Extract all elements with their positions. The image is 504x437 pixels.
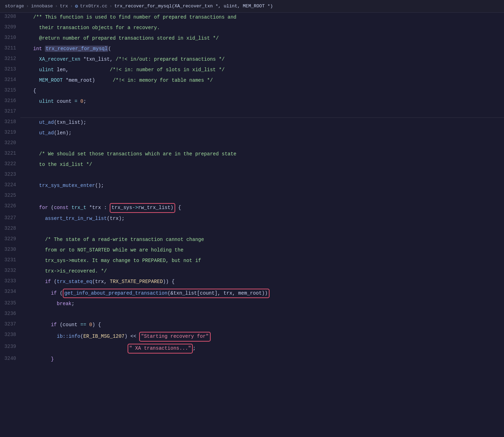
- breadcrumb-sep-2: ›: [55, 4, 58, 9]
- line-3208: 3208 /** This function is used to find n…: [0, 13, 504, 23]
- line-3234: 3234 if (get_info_about_prepared_transac…: [0, 288, 504, 300]
- breadcrumb-file-icon: ⚙: [75, 3, 78, 9]
- line-3225: 3225: [0, 191, 504, 202]
- line-3240: 3240 }: [0, 355, 504, 365]
- line-3237: 3237 if (count == 0) {: [0, 320, 504, 331]
- line-3235: 3235 break;: [0, 299, 504, 310]
- breadcrumb-innobase[interactable]: innobase: [31, 4, 53, 9]
- line-3231: 3231 trx_sys->mutex. It may change to PR…: [0, 256, 504, 267]
- line-3224: 3224 trx_sys_mutex_enter();: [0, 181, 504, 191]
- line-3229: 3229 /* The state of a read-write transa…: [0, 235, 504, 246]
- line-3213: 3213 ulint len, /*!< in: number of slots…: [0, 65, 504, 76]
- line-3233: 3233 if (trx_state_eq(trx, TRX_STATE_PRE…: [0, 277, 504, 288]
- line-3212: 3212 XA_recover_txn *txn_list, /*!< in/o…: [0, 55, 504, 65]
- breadcrumb-func[interactable]: trx_recover_for_mysql(XA_recover_txn *, …: [114, 4, 273, 9]
- line-3214: 3214 MEM_ROOT *mem_root) /*!< in: memory…: [0, 76, 504, 86]
- breadcrumb-sep-3: ›: [70, 4, 73, 9]
- breadcrumb-file[interactable]: trx0trx.cc: [80, 4, 107, 9]
- breadcrumb-trx[interactable]: trx: [60, 4, 68, 9]
- string-xa-transactions: " XA transactions...": [128, 344, 193, 354]
- line-3211: 3211 int trx_recover_for_mysql(: [0, 44, 504, 55]
- line-3238: 3238 ib::info(ER_IB_MSG_1207) << "Starti…: [0, 331, 504, 343]
- breadcrumb-sep-4: ›: [109, 4, 112, 9]
- line-3210: 3210 @return number of prepared transact…: [0, 34, 504, 44]
- line-3226: 3226 for (const trx_t *trx : trx_sys->rw…: [0, 202, 504, 214]
- line-3228: 3228: [0, 224, 504, 235]
- breadcrumb-sep-1: ›: [26, 4, 29, 9]
- line-3230: 3230 from or to NOT_STARTED while we are…: [0, 246, 504, 256]
- line-3217: 3217: [0, 107, 504, 118]
- line-3221: 3221 /* We should set those transactions…: [0, 149, 504, 160]
- breadcrumb-bar: storage › innobase › trx › ⚙ trx0trx.cc …: [0, 0, 504, 13]
- line-3220: 3220: [0, 139, 504, 149]
- line-3215: 3215 {: [0, 86, 504, 97]
- line-3236: 3236: [0, 310, 504, 320]
- line-3232: 3232 trx->is_recovered. */: [0, 267, 504, 277]
- line-3216: 3216 ulint count = 0;: [0, 97, 504, 107]
- code-area: 3208 /** This function is used to find n…: [0, 13, 504, 437]
- breadcrumb-storage[interactable]: storage: [5, 4, 24, 9]
- line-3222: 3222 to the xid_list */: [0, 160, 504, 170]
- line-3239: 3239 " XA transactions...";: [0, 343, 504, 355]
- line-3227: 3227 assert_trx_in_rw_list(trx);: [0, 214, 504, 224]
- line-3218: 3218 ut_ad(txn_list);: [0, 118, 504, 128]
- line-3223: 3223: [0, 170, 504, 181]
- line-3219: 3219 ut_ad(len);: [0, 128, 504, 139]
- line-3209: 3209 their transaction objects for a rec…: [0, 23, 504, 34]
